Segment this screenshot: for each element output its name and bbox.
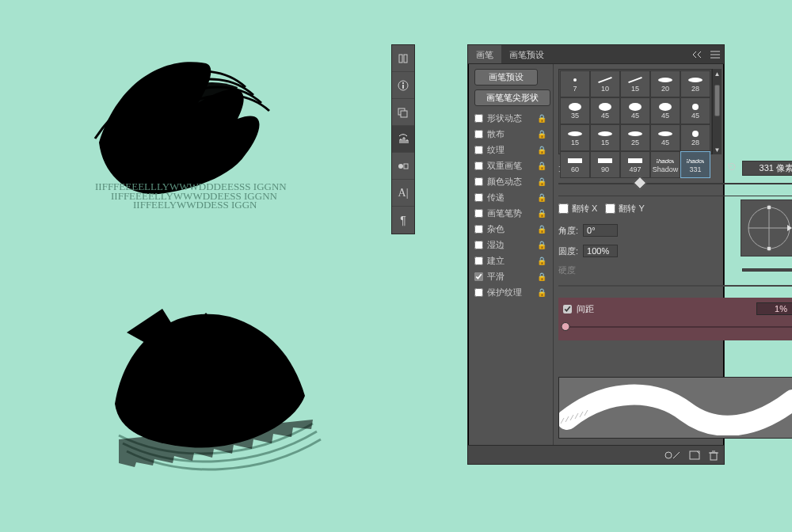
lock-icon[interactable]: 🔒 [537,256,548,265]
lock-icon[interactable]: 🔒 [537,209,548,218]
svg-point-19 [629,103,642,111]
option-label: 湿边 [487,239,537,251]
lock-icon[interactable]: 🔒 [537,130,548,139]
brush-tip-14[interactable]: 28 [680,124,710,151]
brush-tool-icon[interactable] [392,126,414,153]
brush-tip-0[interactable]: 7 [560,70,590,97]
brush-option-3[interactable]: 双重画笔 🔒 [471,158,550,173]
svg-point-25 [658,131,672,136]
lock-icon[interactable]: 🔒 [537,241,548,249]
brush-tip-grid: 710152028354545454515152545286090497Shad… [558,69,712,154]
tab-brush-presets[interactable]: 画笔预设 [501,45,552,63]
brush-option-4[interactable]: 颜色动态 🔒 [471,173,550,189]
lock-icon[interactable]: 🔒 [537,114,548,123]
lock-icon[interactable]: 🔒 [537,288,548,297]
brush-tip-18[interactable]: ShadowShadow [650,151,680,178]
brush-presets-button[interactable]: 画笔预设 [474,69,538,86]
brush-option-9[interactable]: 建立 🔒 [471,253,550,268]
delete-icon[interactable] [708,450,719,461]
collapse-icon[interactable] [689,45,706,63]
brush-option-5[interactable]: 传递 🔒 [471,189,550,205]
layers-icon[interactable] [392,99,414,126]
lock-icon[interactable]: 🔒 [537,193,548,202]
brush-tip-5[interactable]: 35 [560,97,590,124]
brush-tip-8[interactable]: 45 [650,97,680,124]
brush-tip-shape-button[interactable]: 画笔笔尖形状 [474,89,550,106]
option-checkbox[interactable] [474,193,483,202]
angle-value[interactable]: 0° [583,224,618,237]
brush-option-0[interactable]: 形状动态 🔒 [471,110,550,126]
paragraph-icon[interactable]: ¶ [392,207,414,234]
option-checkbox[interactable] [474,256,483,265]
brush-option-2[interactable]: 纹理 🔒 [471,142,550,158]
brush-option-8[interactable]: 湿边 🔒 [471,237,550,253]
lock-icon[interactable]: 🔒 [537,162,548,170]
angle-roundness-picker[interactable] [741,200,792,256]
spacing-slider[interactable] [563,321,792,332]
brush-option-7[interactable]: 杂色 🔒 [471,221,550,237]
character-icon[interactable]: A| [392,180,414,207]
brush-tip-13[interactable]: 45 [650,124,680,151]
option-checkbox[interactable] [474,162,483,170]
brush-tip-12[interactable]: 25 [620,124,650,151]
lock-icon[interactable]: 🔒 [537,225,548,234]
brush-tip-11[interactable]: 15 [590,124,620,151]
brush-tip-7[interactable]: 45 [620,97,650,124]
tab-brush[interactable]: 画笔 [468,45,501,63]
brush-option-10[interactable]: 平滑 🔒 [471,268,550,284]
brush-tip-15[interactable]: 60 [560,151,590,178]
option-checkbox[interactable] [474,288,483,297]
brush-grid-scrollbar[interactable]: ▲ ▼ [712,69,722,154]
option-label: 颜色动态 [487,176,537,188]
brush-tip-17[interactable]: 497 [620,151,650,178]
svg-point-21 [692,104,699,110]
option-checkbox[interactable] [474,272,483,281]
svg-rect-6 [402,85,404,89]
brush-tip-2[interactable]: 15 [620,70,650,97]
svg-rect-46 [710,453,717,460]
svg-rect-11 [404,164,408,169]
hardness-label: 硬度 [558,264,576,276]
svg-rect-14 [628,77,642,83]
size-value[interactable]: 331 像素 [742,161,792,176]
option-checkbox[interactable] [474,146,483,154]
flip-y-checkbox[interactable]: 翻转 Y [605,203,644,215]
info-icon[interactable] [392,72,414,99]
lock-icon[interactable]: 🔒 [537,177,548,186]
spacing-value[interactable]: 1% [756,302,792,315]
brush-tip-4[interactable]: 28 [680,70,710,97]
size-slider[interactable] [558,178,792,189]
brush-tip-3[interactable]: 20 [650,70,680,97]
svg-point-12 [573,78,577,82]
panel-menu-icon[interactable] [706,45,724,63]
new-preset-icon[interactable] [689,450,700,461]
spacing-section: 间距 1% [558,298,792,340]
roundness-value[interactable]: 100% [583,245,618,257]
brush-option-1[interactable]: 散布 🔒 [471,126,550,142]
spacing-checkbox[interactable] [563,305,572,314]
brush-option-11[interactable]: 保护纹理 🔒 [471,284,550,300]
option-checkbox[interactable] [474,114,483,123]
option-checkbox[interactable] [474,209,483,218]
svg-rect-13 [598,77,612,83]
option-checkbox[interactable] [474,241,483,249]
history-icon[interactable] [392,45,414,72]
flip-x-checkbox[interactable]: 翻转 X [558,203,597,215]
reset-size-icon[interactable] [726,162,739,174]
brush-option-6[interactable]: 画笔笔势 🔒 [471,205,550,221]
brush-tip-10[interactable]: 15 [560,124,590,151]
clone-source-icon[interactable] [392,153,414,180]
brush-tip-1[interactable]: 10 [590,70,620,97]
lock-icon[interactable]: 🔒 [537,272,548,281]
brush-options-column: 画笔预设 画笔笔尖形状 形状动态 🔒 散布 🔒 纹理 🔒 双重画笔 🔒 颜色动态… [468,64,554,445]
toggle-preview-icon[interactable] [664,450,681,460]
brush-tip-19[interactable]: Shadow331 [680,151,710,178]
lock-icon[interactable]: 🔒 [537,146,548,154]
svg-point-15 [658,78,672,82]
brush-tip-9[interactable]: 45 [680,97,710,124]
option-checkbox[interactable] [474,130,483,139]
brush-tip-6[interactable]: 45 [590,97,620,124]
option-checkbox[interactable] [474,225,483,234]
option-checkbox[interactable] [474,177,483,186]
brush-tip-16[interactable]: 90 [590,151,620,178]
